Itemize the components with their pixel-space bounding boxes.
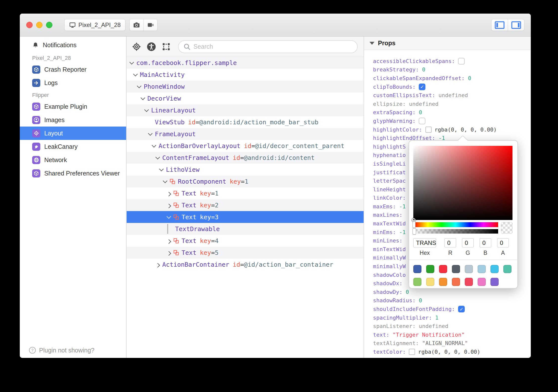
tree-row-linearlayout[interactable]: LinearLayout	[127, 104, 364, 116]
tree-row-framelayout[interactable]: FrameLayout	[127, 128, 364, 140]
chevron-right-icon[interactable]	[166, 239, 171, 244]
sidebar-item-layout[interactable]: Layout	[20, 127, 126, 140]
tree-row-text-key-5[interactable]: Textkey=5	[127, 247, 364, 259]
sidebar-item-notifications[interactable]: Notifications	[20, 38, 126, 52]
chevron-down-icon[interactable]	[159, 167, 163, 171]
palette-swatch-575e68[interactable]	[452, 265, 460, 273]
checkbox-unchecked[interactable]	[419, 118, 425, 124]
palette-swatch-f2912d[interactable]	[439, 278, 447, 286]
tree-row-text-key-1[interactable]: Textkey=1	[127, 187, 364, 199]
tree-row-viewstub-id-android-id-action-mode-bar-stub[interactable]: ViewStubid=@android:id/action_mode_bar_s…	[127, 116, 364, 128]
chevron-down-icon[interactable]	[148, 131, 152, 135]
plugin-not-showing-link[interactable]: ? Plugin not showing?	[29, 347, 94, 354]
sidebar-item-network[interactable]: Network	[20, 153, 126, 167]
tree-row-text-key-4[interactable]: Textkey=4	[127, 235, 364, 247]
palette-swatch-3e5fa9[interactable]	[413, 265, 421, 273]
tree-row-text-key-3[interactable]: Textkey=3	[127, 211, 364, 223]
sidebar-item-images[interactable]: Images	[20, 113, 126, 127]
palette-swatch-b7c7d1[interactable]	[465, 265, 473, 273]
chevron-right-icon[interactable]	[166, 251, 171, 256]
palette-swatch-ef475c[interactable]	[465, 278, 473, 286]
alpha-input[interactable]	[497, 238, 509, 247]
tree-row-text-key-2[interactable]: Textkey=2	[127, 199, 364, 211]
sidebar-item-logs[interactable]: Logs	[20, 76, 126, 89]
prop-value[interactable]: "Trigger Notification"	[393, 332, 465, 338]
palette-swatch-ec78c6[interactable]	[478, 278, 486, 286]
props-section-header[interactable]: Props	[364, 37, 531, 50]
sidebar-item-crash-reporter[interactable]: Crash Reporter	[20, 63, 126, 76]
hue-slider[interactable]	[413, 222, 498, 227]
tree-row-contentframelayout-id-android-id-content[interactable]: ContentFrameLayoutid=@android:id/content	[127, 152, 364, 164]
prop-value[interactable]: rgba(0, 0, 0, 0.00)	[435, 127, 497, 133]
hex-input[interactable]	[413, 238, 436, 247]
chevron-down-icon[interactable]	[155, 155, 160, 159]
tree-row-textdrawable[interactable]: TextDrawable	[127, 223, 364, 235]
tree-row-phonewindow[interactable]: PhoneWindow	[127, 81, 364, 92]
saturation-value-area[interactable]	[413, 146, 512, 220]
tree-row-lithoview[interactable]: LithoView	[127, 164, 364, 175]
toggle-right-sidebar-button[interactable]	[508, 19, 524, 31]
snapshot-selection-button[interactable]	[160, 40, 173, 53]
checkbox-checked[interactable]: ✓	[419, 84, 425, 90]
chevron-down-icon[interactable]	[144, 107, 149, 112]
palette-swatch-8cc962[interactable]	[413, 278, 421, 286]
sidebar-item-example-plugin[interactable]: Example Plugin	[20, 100, 126, 113]
hue-slider-handle[interactable]	[413, 221, 416, 228]
prop-value[interactable]: 0	[419, 109, 422, 115]
color-swatch[interactable]	[425, 127, 432, 133]
search-input[interactable]	[193, 43, 353, 50]
palette-swatch-2da02c[interactable]	[426, 265, 434, 273]
chevron-down-icon[interactable]	[140, 95, 145, 100]
palette-swatch-f2303e[interactable]	[439, 265, 447, 273]
palette-swatch-f8dc75[interactable]	[426, 278, 434, 286]
prop-value[interactable]: 0	[468, 75, 471, 81]
prop-value[interactable]: 1	[435, 315, 438, 321]
screen-record-button[interactable]	[143, 19, 157, 31]
alpha-slider[interactable]	[413, 229, 498, 234]
palette-swatch-54c1ab[interactable]	[503, 265, 512, 273]
tree-row-com-facebook-flipper-sample[interactable]: com.facebook.flipper.sample	[127, 57, 364, 69]
prop-value[interactable]: -1	[399, 203, 406, 210]
prop-value[interactable]: 0	[419, 297, 422, 304]
tree-row-actionbaroverlaylayout-id-id-decor-content-parent[interactable]: ActionBarOverlayLayoutid=@id/decor_conte…	[127, 140, 364, 152]
chevron-down-icon[interactable]	[163, 178, 167, 183]
tree-row-actionbarcontainer-id-id-action-bar-container[interactable]: ActionBarContainerid=@id/action_bar_cont…	[127, 259, 364, 270]
palette-swatch-8162d0[interactable]	[490, 278, 499, 286]
prop-value[interactable]: 0	[422, 66, 425, 73]
toggle-left-sidebar-button[interactable]	[491, 19, 508, 31]
chevron-right-icon[interactable]	[166, 204, 171, 208]
chevron-right-icon[interactable]	[155, 263, 160, 267]
prop-value[interactable]: 0	[406, 289, 409, 295]
red-input[interactable]	[444, 238, 456, 247]
prop-value[interactable]: -1	[399, 229, 406, 235]
tree-row-mainactivity[interactable]: MainActivity	[127, 69, 364, 81]
prop-value[interactable]: rgba(0, 0, 0, 0.00)	[418, 349, 480, 355]
attr-value: 2	[215, 202, 218, 209]
chevron-down-icon[interactable]	[133, 72, 138, 76]
blue-input[interactable]	[480, 238, 491, 247]
tree-row-rootcomponent-key-1[interactable]: RootComponentkey=1	[127, 175, 364, 187]
sidebar-item-leakcanary[interactable]: LeakCanary	[20, 140, 126, 153]
accessibility-mode-button[interactable]	[145, 40, 158, 53]
tree-row-decorview[interactable]: DecorView	[127, 92, 364, 104]
chevron-down-icon[interactable]	[166, 214, 171, 218]
chevron-down-icon[interactable]	[129, 60, 134, 64]
chevron-down-icon[interactable]	[137, 84, 141, 88]
device-selector-button[interactable]: Pixel_2_API_28	[64, 19, 125, 31]
palette-swatch-3fc1e9[interactable]	[490, 265, 499, 273]
minimize-window-button[interactable]	[36, 22, 43, 28]
palette-swatch-f4704a[interactable]	[452, 278, 460, 286]
screenshot-button[interactable]	[130, 19, 143, 31]
alpha-slider-handle[interactable]	[413, 228, 416, 235]
checkbox-unchecked[interactable]	[458, 58, 465, 65]
target-mode-button[interactable]	[130, 40, 143, 53]
color-swatch[interactable]	[409, 349, 415, 355]
sidebar-item-shared-preferences-viewer[interactable]: Shared Preferences Viewer	[20, 167, 126, 180]
chevron-right-icon[interactable]	[166, 192, 171, 196]
checkbox-checked[interactable]: ✓	[458, 306, 465, 312]
green-input[interactable]	[462, 238, 474, 247]
close-window-button[interactable]	[26, 22, 33, 28]
fullscreen-window-button[interactable]	[46, 22, 52, 28]
chevron-down-icon[interactable]	[152, 143, 156, 147]
palette-swatch-a2cde0[interactable]	[478, 265, 486, 273]
